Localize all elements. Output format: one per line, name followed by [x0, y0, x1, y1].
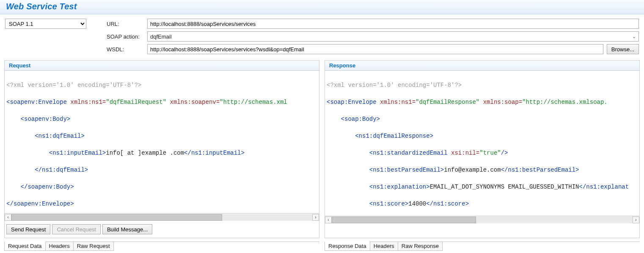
url-label: URL: — [107, 21, 144, 27]
tab-raw-response[interactable]: Raw Response — [398, 242, 443, 251]
soap-action-label: SOAP action: — [107, 33, 144, 40]
request-tabs: Request Data Headers Raw Request — [4, 242, 319, 251]
build-message-button[interactable]: Build Message... — [102, 224, 152, 234]
wsdl-label: WSDL: — [107, 46, 144, 53]
scroll-right-icon[interactable]: › — [312, 214, 319, 221]
request-pane-title: Request — [5, 61, 319, 71]
scroll-left-icon[interactable]: ‹ — [325, 217, 332, 223]
tab-request-headers[interactable]: Headers — [45, 242, 74, 251]
url-input[interactable] — [147, 19, 639, 29]
title-bar: Web Service Test — [0, 0, 644, 14]
tab-response-headers[interactable]: Headers — [370, 242, 398, 251]
page-title: Web Service Test — [6, 2, 77, 11]
send-request-button[interactable]: Send Request — [6, 224, 50, 234]
request-pane: Request <?xml version='1.0' encoding='UT… — [4, 60, 319, 238]
tab-response-data[interactable]: Response Data — [325, 242, 370, 251]
soap-action-value: dqfEmail — [150, 33, 172, 40]
request-xml-editor[interactable]: <?xml version='1.0' encoding='UTF-8'?> <… — [5, 71, 319, 213]
protocol-select[interactable]: SOAP 1.1 — [5, 19, 86, 29]
soap-action-select[interactable]: dqfEmail ⌄ — [147, 31, 639, 42]
response-pane: Response <?xml version='1.0' encoding='U… — [325, 60, 640, 238]
connection-toolbar: SOAP 1.1 URL: SOAP action: dqfEmail ⌄ WS… — [0, 14, 644, 59]
chevron-down-icon: ⌄ — [632, 34, 636, 39]
wsdl-input[interactable] — [147, 44, 603, 54]
browse-button[interactable]: Browse... — [607, 44, 639, 54]
response-pane-title: Response — [325, 61, 639, 71]
response-xml-viewer[interactable]: <?xml version='1.0' encoding='UTF-8'?> <… — [325, 71, 639, 216]
scroll-right-icon[interactable]: › — [633, 217, 639, 223]
request-hscrollbar[interactable]: ‹ › — [5, 213, 319, 221]
response-tabs: Response Data Headers Raw Response — [325, 242, 640, 251]
tab-raw-request[interactable]: Raw Request — [73, 242, 114, 251]
response-hscrollbar[interactable]: ‹ › — [325, 216, 639, 223]
cancel-request-button[interactable]: Cancel Request — [52, 224, 101, 234]
scroll-left-icon[interactable]: ‹ — [5, 214, 11, 221]
tab-request-data[interactable]: Request Data — [4, 242, 46, 251]
